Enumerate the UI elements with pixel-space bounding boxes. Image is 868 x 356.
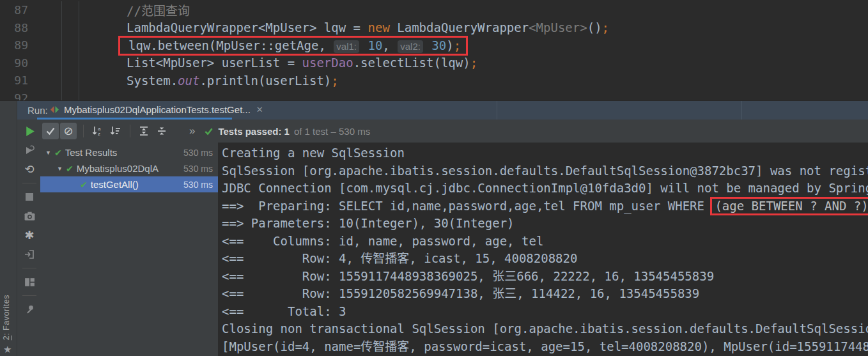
auto-test-icon: ⟲	[24, 164, 34, 175]
chevron-down-icon[interactable]: ▼	[57, 166, 63, 172]
favorites-stripe-button[interactable]: 2: Favorites	[2, 295, 11, 340]
tree-row-test-results[interactable]: ▼ ✔ Test Results 530 ms	[40, 144, 218, 160]
collapse-all-button[interactable]	[153, 123, 170, 139]
editor-lines: 87//范围查询88LambdaQueryWrapper<MpUser> lqw…	[0, 0, 868, 100]
toolbar-divider	[130, 125, 130, 137]
console-line: Closing non transactional SqlSession [or…	[222, 320, 868, 338]
coverage-button[interactable]: ✱	[21, 227, 38, 244]
console-line: ==> Preparing: SELECT id,name,password,a…	[222, 197, 868, 215]
code-segment: )	[446, 38, 453, 52]
code-line: 88LambdaQueryWrapper<MpUser> lqw = new L…	[0, 19, 868, 37]
gutter-annotation-column	[62, 1, 79, 19]
tree-row-duration: 530 ms	[183, 180, 213, 190]
code-text: lqw.between(MpUser::getAge, val1: 10, va…	[79, 38, 468, 52]
run-icon	[24, 125, 36, 137]
code-editor[interactable]: 87//范围查询88LambdaQueryWrapper<MpUser> lqw…	[0, 0, 868, 100]
console-line: JDBC Connection [com.mysql.cj.jdbc.Conne…	[222, 180, 868, 197]
console-segment: <== Row: 1559117448938369025, 张三666, 222…	[222, 269, 714, 283]
sort-by-duration-button[interactable]	[107, 123, 123, 139]
code-segment: ;	[602, 20, 609, 35]
tool-window-stripe: 2: Favorites ★	[0, 101, 17, 356]
run-tab-label: Mybatisplus02DqlApplicationTests.testGet…	[64, 104, 251, 115]
code-segment: 10	[368, 38, 382, 52]
gutter-annotation-column	[62, 54, 79, 72]
slash-circle-icon: ⊘	[63, 125, 73, 137]
console-segment: <== Row: 4, 传智播客, icast, 15, 4008208820	[222, 251, 577, 265]
console-segment: [MpUser(id=4, name=传智播客, password=icast,…	[222, 339, 868, 353]
import-test-results-button[interactable]	[21, 246, 38, 263]
sort-alphabetically-button[interactable]: a z	[89, 123, 105, 139]
gutter-annotation-column	[62, 19, 79, 37]
expand-all-button[interactable]	[136, 123, 152, 139]
toggle-auto-test-button[interactable]: ⟲	[21, 161, 38, 178]
pin-icon	[24, 304, 35, 315]
toolbar-divider	[83, 125, 84, 137]
code-line: 89lqw.between(MpUser::getAge, val1: 10, …	[0, 36, 868, 54]
code-segment: userDao	[302, 56, 353, 70]
header-separator	[497, 101, 497, 120]
console-line: [MpUser(id=4, name=传智播客, password=icast,…	[222, 338, 868, 356]
show-ignored-toggle[interactable]: ⊘	[60, 123, 77, 139]
status-sub-text: of 1 test – 530 ms	[294, 126, 370, 137]
console-segment: ==> Parameters: 10(Integer), 30(Integer)	[222, 216, 515, 230]
show-passed-toggle[interactable]	[42, 123, 59, 139]
console-line: <== Row: 1559117448938369025, 张三666, 222…	[222, 268, 868, 286]
line-number: 88	[0, 19, 62, 37]
code-segment: <MpUser>	[529, 20, 587, 35]
runner-actions-column: ⟲ ✱	[18, 121, 41, 319]
tests-passed-check-icon	[204, 127, 213, 136]
code-segment: LambdaQueryWrapper	[390, 20, 529, 35]
rerun-failed-tests-button[interactable]	[21, 142, 38, 159]
restore-layout-button[interactable]	[21, 274, 38, 290]
pin-tab-button[interactable]	[21, 301, 38, 318]
code-text: System.out.println(userList);	[79, 74, 339, 88]
gutter-annotation-column	[62, 72, 79, 89]
code-segment: //范围查询	[127, 4, 190, 18]
camera-icon	[24, 210, 36, 222]
code-segment: new	[368, 20, 390, 35]
code-segment: ()	[587, 20, 602, 35]
line-number: 92	[0, 89, 62, 101]
coverage-star-icon: ✱	[24, 229, 34, 241]
svg-text:z: z	[98, 131, 100, 137]
test-passed-icon: ✔	[66, 164, 74, 174]
tree-row-label: Mybatisplus02DqlA	[77, 163, 159, 174]
code-segment: val1:	[334, 40, 359, 53]
code-line: 87//范围查询	[0, 1, 868, 19]
code-segment: ;	[331, 74, 338, 88]
check-icon	[45, 126, 56, 136]
gutter-annotation-column	[62, 89, 79, 101]
chevron-down-icon[interactable]: ▼	[45, 150, 51, 156]
run-console-output[interactable]: Creating a new SqlSessionSqlSession [org…	[218, 143, 868, 356]
junit-run-config-icon	[50, 105, 59, 114]
test-runner-toolbar: ⊘ a z	[42, 120, 868, 143]
close-icon[interactable]: ✕	[256, 105, 263, 114]
console-segment: <== Columns: id, name, password, age, te…	[222, 234, 543, 248]
gutter-annotation-column	[62, 36, 79, 54]
console-line: <== Total: 3	[222, 303, 868, 321]
stop-button[interactable]	[21, 189, 38, 205]
code-segment: System.	[127, 74, 178, 88]
thread-dump-button[interactable]	[21, 208, 38, 224]
tree-row-test-class[interactable]: ▼ ✔ Mybatisplus02DqlA 530 ms	[40, 160, 218, 176]
code-segment: lqw.between(MpUser::getAge,	[128, 38, 333, 52]
line-number: 90	[0, 54, 62, 72]
code-segment	[360, 38, 368, 52]
code-segment: List<MpUser> userList =	[127, 56, 302, 70]
console-segment: (age BETWEEN ? AND ?)	[710, 197, 868, 215]
run-tab[interactable]: Mybatisplus02DqlApplicationTests.testGet…	[45, 101, 268, 118]
tree-row-label: Test Results	[65, 147, 118, 158]
code-line: 92	[0, 89, 868, 101]
collapse-all-icon	[156, 125, 167, 137]
runner-divider	[22, 295, 36, 296]
sort-duration-icon	[109, 125, 121, 137]
run-header: Run: Mybatisplus02DqlApplicationTests.te…	[17, 101, 868, 120]
status-main-text: Tests passed: 1	[218, 126, 289, 137]
console-line: ==> Parameters: 10(Integer), 30(Integer)	[222, 215, 868, 233]
tree-row-test-method[interactable]: ✔ testGetAll() 530 ms	[40, 176, 218, 192]
console-segment: JDBC Connection [com.mysql.cj.jdbc.Conne…	[222, 181, 868, 195]
code-segment: ;	[470, 56, 477, 70]
rerun-button[interactable]	[21, 123, 38, 139]
more-options-icon[interactable]: »	[189, 125, 195, 137]
code-text: //范围查询	[79, 1, 190, 19]
